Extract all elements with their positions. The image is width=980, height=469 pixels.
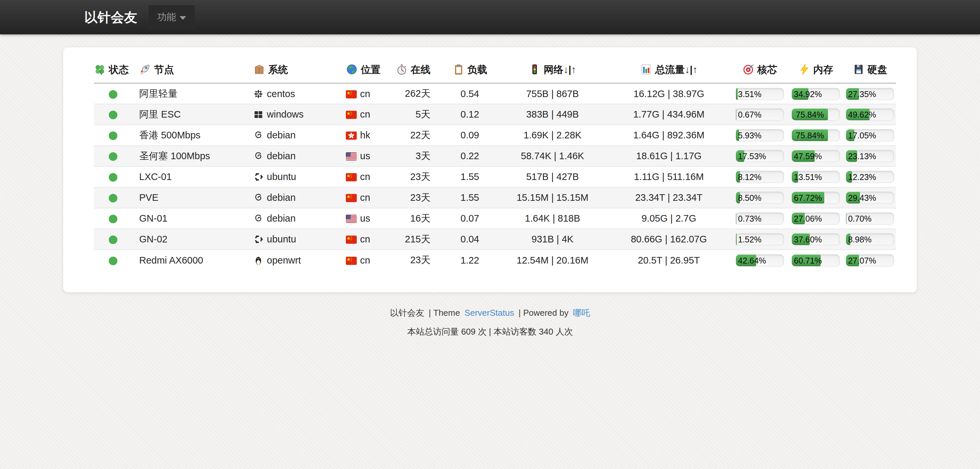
os-name: ubuntu: [267, 234, 296, 244]
node-name: GN-02: [139, 234, 167, 244]
stopwatch-icon: [396, 63, 408, 75]
os-icon: [253, 172, 264, 182]
os-name: ubuntu: [267, 171, 296, 182]
table-row: Redmi AX6000 openwrt cn 23天 1.22 12.54M …: [94, 250, 896, 271]
network-speed: 15.15M | 15.15M: [517, 192, 588, 203]
cpu-usage-bar: 8.12%: [736, 171, 784, 183]
servers-table: 状态节点系统位置在线负载网络↓|↑总流量↓|↑核芯内存硬盘 阿里轻量 cento…: [94, 59, 896, 271]
table-row: 香港 500Mbps debian hk 22天 0.09 1.69K | 2.…: [94, 125, 896, 146]
network-speed: 12.54M | 20.16M: [517, 255, 588, 266]
ram-usage-bar: 13.51%: [792, 171, 840, 183]
network-speed: 1.69K | 2.28K: [523, 130, 581, 140]
ram-usage-bar: 47.59%: [792, 150, 840, 162]
location-code: cn: [360, 171, 370, 182]
total-traffic: 18.61G | 1.17G: [636, 151, 702, 161]
node-name: 圣何塞 100Mbps: [139, 151, 210, 161]
cpu-usage-bar: 1.52%: [736, 233, 784, 246]
column-header-rocket: 节点: [132, 59, 246, 83]
package-icon: [253, 63, 265, 75]
os-name: windows: [267, 109, 304, 120]
location-code: cn: [360, 192, 370, 203]
os-name: debian: [267, 151, 296, 161]
brand-title: 以针会友: [84, 8, 137, 27]
disk-usage-bar: 0.70%: [846, 212, 894, 225]
disk-usage-bar: 12.23%: [846, 171, 894, 183]
load-value: 0.22: [461, 151, 479, 161]
os-name: debian: [267, 213, 296, 223]
os-name: centos: [267, 89, 295, 99]
clipboard-icon: [453, 63, 465, 75]
os-icon: [253, 213, 264, 223]
table-row: GN-01 debian us 16天 0.07 1.64K | 818B 9.…: [94, 208, 896, 229]
location-code: cn: [360, 109, 370, 120]
ram-usage-bar: 67.72%: [792, 192, 840, 204]
uptime-value: 23天: [410, 171, 431, 182]
cpu-usage-bar: 3.51%: [736, 88, 784, 100]
lightning-icon: [799, 63, 810, 75]
status-dot: [109, 173, 118, 182]
location-code: us: [360, 213, 370, 223]
os-icon: [253, 151, 264, 161]
location-code: us: [360, 151, 370, 161]
traffic-light-icon: [529, 63, 541, 75]
footer: 以针会友 | Theme ServerStatus | Powered by 哪…: [0, 307, 980, 337]
footer-powered-prefix: | Powered by: [519, 308, 568, 318]
footer-site-name: 以针会友: [390, 308, 424, 318]
bar-chart-icon: [640, 63, 652, 75]
uptime-value: 262天: [405, 88, 431, 99]
os-name: debian: [267, 130, 296, 140]
flag-icon: [346, 173, 357, 181]
column-header-bar-chart: 总流量↓|↑: [606, 59, 732, 83]
load-value: 0.07: [461, 213, 479, 223]
network-speed: 58.74K | 1.46K: [521, 151, 584, 161]
flag-icon: [346, 215, 357, 223]
powered-by-link[interactable]: 哪吒: [573, 308, 590, 318]
flag-icon: [346, 132, 357, 140]
uptime-value: 215天: [405, 234, 431, 244]
disk-usage-bar: 27.35%: [846, 88, 894, 100]
total-traffic: 16.12G | 38.97G: [633, 89, 704, 99]
chevron-down-icon: [180, 16, 186, 20]
node-name: 香港 500Mbps: [139, 130, 200, 140]
table-header-row: 状态节点系统位置在线负载网络↓|↑总流量↓|↑核芯内存硬盘: [94, 59, 896, 83]
footer-theme-prefix: | Theme: [429, 308, 460, 318]
uptime-value: 16天: [410, 213, 431, 223]
total-traffic: 9.05G | 2.7G: [641, 213, 696, 223]
network-speed: 755B | 867B: [526, 89, 579, 99]
network-speed: 1.64K | 818B: [525, 213, 580, 223]
os-icon: [253, 234, 264, 244]
column-header-floppy: 硬盘: [844, 59, 896, 83]
theme-link[interactable]: ServerStatus: [465, 308, 514, 318]
disk-usage-bar: 23.13%: [846, 150, 894, 162]
status-dot: [109, 215, 118, 223]
load-value: 0.04: [461, 234, 479, 244]
credits-line: 以针会友 | Theme ServerStatus | Powered by 哪…: [0, 307, 980, 319]
node-name: PVE: [139, 192, 158, 203]
node-name: GN-01: [139, 213, 167, 223]
total-traffic: 1.64G | 892.36M: [633, 130, 705, 140]
total-traffic: 1.77G | 434.96M: [633, 109, 705, 120]
menu-dropdown[interactable]: 功能: [148, 5, 195, 29]
disk-usage-bar: 29.43%: [846, 192, 894, 204]
ram-usage-bar: 75.84%: [792, 129, 840, 141]
flag-icon: [346, 236, 357, 244]
uptime-value: 23天: [410, 192, 431, 203]
network-speed: 383B | 449B: [526, 109, 579, 120]
total-traffic: 20.5T | 26.95T: [638, 255, 700, 266]
disk-usage-bar: 27.07%: [846, 254, 894, 266]
ram-usage-bar: 37.60%: [792, 233, 840, 246]
os-icon: [253, 89, 264, 99]
table-row: GN-02 ubuntu cn 215天 0.04 931B | 4K 80.6…: [94, 229, 896, 250]
cpu-usage-bar: 0.73%: [736, 212, 784, 225]
total-traffic: 23.34T | 23.34T: [635, 192, 703, 203]
location-code: hk: [360, 130, 370, 140]
node-name: Redmi AX6000: [139, 255, 203, 266]
disk-usage-bar: 17.05%: [846, 129, 894, 141]
location-code: cn: [360, 89, 370, 99]
ram-usage-bar: 34.92%: [792, 88, 840, 100]
servers-panel: 状态节点系统位置在线负载网络↓|↑总流量↓|↑核芯内存硬盘 阿里轻量 cento…: [63, 47, 917, 293]
os-icon: [253, 109, 264, 120]
column-header-stopwatch: 在线: [391, 59, 441, 83]
os-name: openwrt: [267, 255, 301, 266]
column-header-traffic-light: 网络↓|↑: [499, 59, 606, 83]
